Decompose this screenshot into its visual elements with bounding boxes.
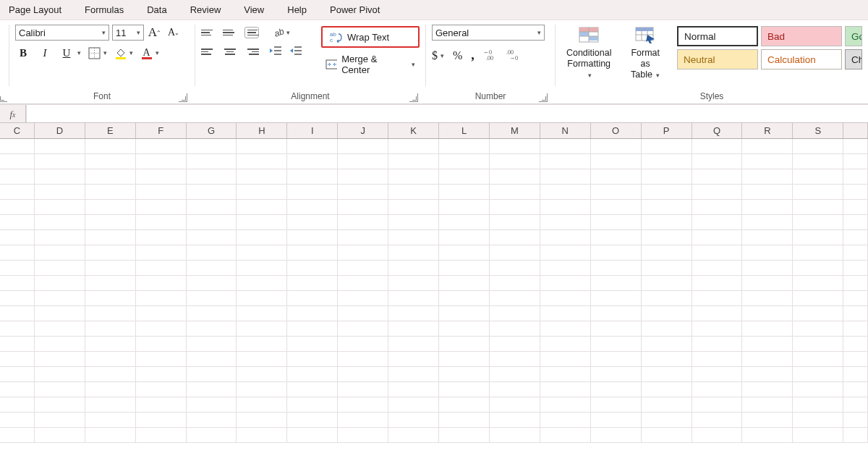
cell[interactable] xyxy=(136,382,187,397)
cell[interactable] xyxy=(388,352,439,367)
cell[interactable] xyxy=(237,261,287,276)
cell[interactable] xyxy=(136,337,187,352)
cell[interactable] xyxy=(0,428,35,443)
tab-data[interactable]: Data xyxy=(142,1,171,18)
cell[interactable] xyxy=(742,245,793,261)
cell[interactable] xyxy=(388,276,439,291)
cell[interactable] xyxy=(540,382,591,397)
cell[interactable] xyxy=(439,230,490,245)
cell[interactable] xyxy=(439,352,490,367)
cell[interactable] xyxy=(540,291,591,306)
cell[interactable] xyxy=(35,185,85,200)
cell[interactable] xyxy=(490,139,540,154)
col-header-K[interactable]: K xyxy=(388,123,439,138)
cell[interactable] xyxy=(287,428,338,443)
cell[interactable] xyxy=(793,276,843,291)
cell[interactable] xyxy=(0,169,35,185)
cell[interactable] xyxy=(237,428,287,443)
cell[interactable] xyxy=(490,169,540,185)
cell[interactable] xyxy=(490,428,540,443)
cell[interactable] xyxy=(490,245,540,261)
cell[interactable] xyxy=(0,367,35,382)
cell[interactable] xyxy=(843,397,868,413)
cell[interactable] xyxy=(540,185,591,200)
cell[interactable] xyxy=(136,200,187,215)
cell[interactable] xyxy=(338,215,388,230)
cell[interactable] xyxy=(793,306,843,321)
cell[interactable] xyxy=(591,139,642,154)
align-left-button[interactable] xyxy=(201,46,216,58)
cell[interactable] xyxy=(388,215,439,230)
cell[interactable] xyxy=(642,200,692,215)
col-header-I[interactable]: I xyxy=(287,123,338,138)
cell[interactable] xyxy=(793,382,843,397)
col-header-J[interactable]: J xyxy=(338,123,388,138)
cell[interactable] xyxy=(0,200,35,215)
cell[interactable] xyxy=(187,367,237,382)
cell[interactable] xyxy=(338,154,388,169)
col-header-L[interactable]: L xyxy=(439,123,490,138)
cell[interactable] xyxy=(0,306,35,321)
cell[interactable] xyxy=(591,337,642,352)
cell[interactable] xyxy=(388,154,439,169)
cell[interactable] xyxy=(0,185,35,200)
cell[interactable] xyxy=(490,367,540,382)
cell[interactable] xyxy=(591,154,642,169)
cell[interactable] xyxy=(591,382,642,397)
cell[interactable] xyxy=(742,382,793,397)
cell[interactable] xyxy=(591,397,642,413)
cell[interactable] xyxy=(642,382,692,397)
cell[interactable] xyxy=(692,337,743,352)
cell[interactable] xyxy=(540,276,591,291)
cell[interactable] xyxy=(692,215,743,230)
col-header-H[interactable]: H xyxy=(237,123,287,138)
cell[interactable] xyxy=(237,230,287,245)
tab-formulas[interactable]: Formulas xyxy=(80,1,128,18)
cell[interactable] xyxy=(338,382,388,397)
cell[interactable] xyxy=(287,367,338,382)
cell[interactable] xyxy=(136,428,187,443)
cell[interactable] xyxy=(540,367,591,382)
cell[interactable] xyxy=(338,185,388,200)
number-format-combo[interactable]: General ▾ xyxy=(432,25,545,41)
style-neutral[interactable]: Neutral xyxy=(677,49,758,69)
cell[interactable] xyxy=(187,321,237,337)
cell[interactable] xyxy=(187,291,237,306)
cell[interactable] xyxy=(0,413,35,428)
cell[interactable] xyxy=(439,200,490,215)
cell[interactable] xyxy=(843,428,868,443)
cell[interactable] xyxy=(490,215,540,230)
cell[interactable] xyxy=(793,367,843,382)
cell[interactable] xyxy=(591,306,642,321)
cell[interactable] xyxy=(843,230,868,245)
format-as-table-button[interactable]: Format asTable ▾ xyxy=(622,25,668,89)
cell[interactable] xyxy=(439,382,490,397)
cell[interactable] xyxy=(490,291,540,306)
cell[interactable] xyxy=(642,352,692,367)
col-header-E[interactable]: E xyxy=(85,123,136,138)
cell[interactable] xyxy=(439,367,490,382)
cell[interactable] xyxy=(136,413,187,428)
clipboard-launcher-icon[interactable] xyxy=(0,93,7,102)
cell[interactable] xyxy=(136,139,187,154)
cell[interactable] xyxy=(0,291,35,306)
cell[interactable] xyxy=(136,306,187,321)
cell[interactable] xyxy=(338,276,388,291)
cell[interactable] xyxy=(490,321,540,337)
cell[interactable] xyxy=(85,169,136,185)
dialog-launcher-icon[interactable] xyxy=(539,93,548,102)
cell[interactable] xyxy=(287,352,338,367)
cell[interactable] xyxy=(692,397,743,413)
cell[interactable] xyxy=(591,413,642,428)
col-header-G[interactable]: G xyxy=(187,123,237,138)
cell[interactable] xyxy=(85,352,136,367)
cell[interactable] xyxy=(490,200,540,215)
cell[interactable] xyxy=(490,413,540,428)
cell[interactable] xyxy=(35,321,85,337)
cell[interactable] xyxy=(136,291,187,306)
style-calculation[interactable]: Calculation xyxy=(761,49,842,69)
increase-indent-button[interactable] xyxy=(289,45,302,59)
accounting-format-button[interactable]: $ ▾ xyxy=(432,49,444,62)
cell[interactable] xyxy=(591,185,642,200)
cell[interactable] xyxy=(187,215,237,230)
